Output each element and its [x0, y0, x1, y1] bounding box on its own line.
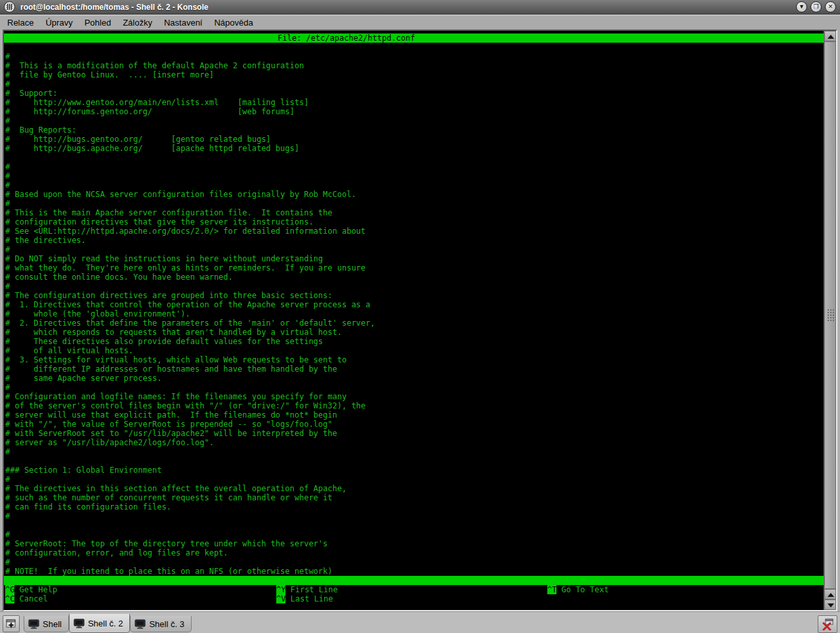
down-arrow-icon — [828, 603, 834, 607]
blank-row — [5, 43, 824, 52]
label-first-line: First Line — [290, 585, 337, 594]
up-arrow-icon — [828, 593, 834, 597]
tab-label: Shell č. 3 — [149, 619, 184, 629]
label-cancel: Cancel — [19, 594, 47, 603]
window-menu-icon[interactable] — [4, 1, 15, 12]
menu-napoveda[interactable]: Nápověda — [208, 16, 259, 29]
key-ctrl-v: ^V — [276, 594, 285, 603]
shortcut-first-line[interactable]: ^YFirst Line — [276, 585, 338, 594]
terminal-monitor-icon — [135, 619, 146, 629]
konsole-app-icon — [7, 4, 12, 10]
shortcut-cancel[interactable]: ^CCancel — [5, 594, 48, 603]
close-session-button[interactable] — [818, 615, 837, 633]
label-go-to-text: Go To Text — [561, 585, 608, 594]
tab-shell-3[interactable]: Shell č. 3 — [130, 616, 191, 632]
terminal-screen[interactable]: GNU nano 1.3.11 File: /etc/apache2/httpd… — [4, 31, 824, 610]
close-button[interactable]: ✕ — [825, 1, 836, 12]
nano-shortcut-row-1: ^GGet Help ^YFirst Line ^TGo To Text — [5, 585, 824, 594]
label-last-line: Last Line — [290, 594, 333, 603]
titlebar[interactable]: root@localhost:/home/tomas - Shell č. 2 … — [0, 0, 840, 14]
window-title: root@localhost:/home/tomas - Shell č. 2 … — [20, 3, 796, 12]
new-window-star-icon — [5, 618, 17, 630]
nano-titlebar: GNU nano 1.3.11 File: /etc/apache2/httpd… — [4, 33, 824, 43]
up-arrow-icon — [828, 35, 834, 39]
menubar: Relace Úpravy Pohled Záložky Nastavení N… — [0, 15, 840, 30]
tab-label: Shell — [43, 619, 62, 629]
scrollbar[interactable] — [824, 31, 836, 610]
maximize-button[interactable]: ❐ — [810, 1, 822, 12]
label-get-help: Get Help — [19, 585, 57, 594]
menu-zalozky[interactable]: Záložky — [117, 16, 158, 29]
scroll-down-button[interactable] — [824, 600, 836, 610]
terminal-monitor-icon — [74, 619, 85, 628]
grip-dots-icon — [827, 309, 835, 322]
shortcut-last-line[interactable]: ^VLast Line — [276, 594, 333, 603]
scroll-up-button-bottom[interactable] — [824, 589, 836, 600]
tab-label: Shell č. 2 — [88, 619, 123, 628]
key-ctrl-c: ^C — [5, 594, 14, 603]
shortcut-get-help[interactable]: ^GGet Help — [5, 585, 57, 594]
konsole-window: root@localhost:/home/tomas - Shell č. 2 … — [0, 0, 840, 633]
key-ctrl-t: ^T — [547, 585, 556, 594]
new-session-button[interactable] — [3, 615, 20, 632]
shortcut-go-to-text[interactable]: ^TGo To Text — [547, 585, 609, 594]
minimize-button[interactable]: ▼ — [796, 1, 807, 12]
menu-pohled[interactable]: Pohled — [79, 16, 117, 29]
scroll-up-button[interactable] — [824, 31, 836, 41]
scrollbar-thumb[interactable] — [824, 41, 836, 589]
close-session-red-x-icon — [822, 619, 833, 630]
nano-statusbar[interactable]: Enter line number, column number: 152 — [4, 576, 824, 585]
nano-shortcut-row-2: ^CCancel ^VLast Line — [5, 594, 824, 603]
key-ctrl-g: ^G — [5, 585, 14, 594]
menu-nastaveni[interactable]: Nastavení — [158, 16, 209, 29]
session-tabbar: Shell Shell č. 2 Shell č. 3 — [0, 611, 840, 633]
terminal-monitor-icon — [28, 619, 39, 629]
menu-relace[interactable]: Relace — [1, 16, 39, 29]
nano-filename: File: /etc/apache2/httpd.conf — [278, 33, 415, 43]
key-ctrl-y: ^Y — [276, 585, 285, 594]
nano-buffer[interactable]: # # This is a modification of the defaul… — [5, 52, 824, 576]
terminal-frame: GNU nano 1.3.11 File: /etc/apache2/httpd… — [3, 30, 837, 611]
tab-shell-1[interactable]: Shell — [24, 616, 69, 632]
scrollbar-track[interactable] — [824, 41, 836, 589]
tab-shell-2-active[interactable]: Shell č. 2 — [69, 614, 130, 633]
window-controls: ▼ ❐ ✕ — [796, 1, 836, 12]
menu-upravy[interactable]: Úpravy — [39, 16, 78, 29]
